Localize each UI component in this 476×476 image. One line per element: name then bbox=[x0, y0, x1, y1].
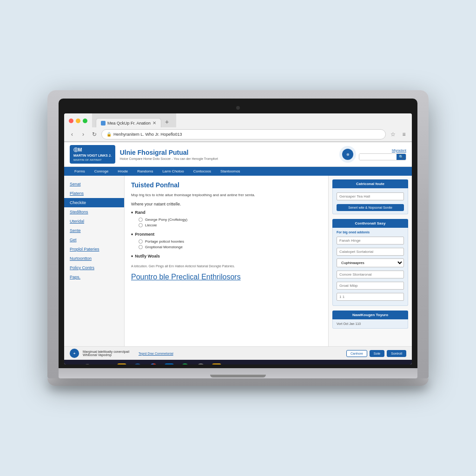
radio-button-llecoie[interactable] bbox=[139, 223, 143, 227]
section-pronment: Pronment Portage poticol hoontes bbox=[131, 231, 322, 249]
section-rand: Rand George Pony (Croftology) bbox=[131, 209, 322, 227]
panel-nawikougen-body: Vort Oct Jan 110 bbox=[332, 319, 408, 329]
save-button[interactable]: Sote bbox=[370, 350, 384, 357]
website-content: ⓪M MARTIN VOIGT LINKS J. MARTIN OF ANTIN… bbox=[64, 142, 412, 360]
back-button[interactable]: ‹ bbox=[68, 130, 76, 139]
laptop-bottom bbox=[47, 378, 429, 386]
start-button[interactable] bbox=[68, 363, 79, 364]
footer-link[interactable]: Teprd Drar Commetorial bbox=[139, 352, 173, 355]
lock-icon: 🔒 bbox=[106, 132, 112, 137]
close-button[interactable] bbox=[69, 119, 73, 123]
site-footer: + Marginual latelttoalty conerctpail Whi… bbox=[64, 346, 412, 360]
sidebar-item-policy[interactable]: Policy Contrs bbox=[64, 263, 124, 272]
sidebar-item-proplol[interactable]: Proplol Pateries bbox=[64, 245, 124, 254]
radio-portage[interactable]: Portage poticol hoontes bbox=[139, 239, 322, 244]
radio-button-groptional[interactable] bbox=[139, 245, 143, 249]
site-nav: Forms Conroge Hrode Randoms Larm Chotoo … bbox=[64, 167, 412, 176]
header-search[interactable]: 🔍 bbox=[359, 153, 406, 160]
sidebar-item-uteridal[interactable]: Uteridal bbox=[64, 217, 124, 226]
laptop-hinge bbox=[210, 375, 266, 377]
taskbar-search-icon[interactable]: 🔍 bbox=[81, 362, 94, 364]
panel-conthronall-header: Conthronall Sasy bbox=[332, 219, 408, 228]
tab-favicon bbox=[101, 121, 106, 126]
footer-actions: Canhore Sote Sontroll bbox=[346, 350, 406, 357]
taskbar-app-spotify[interactable] bbox=[178, 361, 192, 364]
panel-conthronall: Conthronall Sasy For big oned addonis Cu… bbox=[332, 219, 408, 306]
panel-fanah-input[interactable] bbox=[337, 237, 404, 245]
minimize-button[interactable] bbox=[76, 119, 80, 123]
tab-close-button[interactable]: ✕ bbox=[152, 120, 156, 126]
footer-info: Marginual latelttoalty conerctpail Whilo… bbox=[83, 350, 129, 357]
radio-groptional[interactable]: Groptional Momstonge bbox=[139, 245, 322, 249]
page-description: Msp trig tics to ichte aitue thomisage t… bbox=[131, 192, 322, 198]
browser-tab[interactable]: Mea QckUp Fr. Anation ✕ bbox=[96, 118, 161, 127]
sidebar-item-paps[interactable]: Paps. bbox=[64, 272, 124, 282]
panel-catriconal-header: Catriconal foute bbox=[332, 179, 408, 188]
sidebar-item-stediltons[interactable]: Stediltons bbox=[64, 207, 124, 217]
section-pronment-header: Pronment bbox=[131, 231, 322, 238]
page-title: Tuisted Ponfnal bbox=[131, 181, 322, 189]
taskbar-app-folder[interactable] bbox=[209, 361, 224, 364]
sidebar-item-sente[interactable]: Sente bbox=[64, 226, 124, 235]
form-question: Where your natant crittelle. bbox=[131, 202, 322, 206]
taskbar-app-files[interactable] bbox=[114, 361, 129, 364]
nav-contocoos[interactable]: Contocoos bbox=[189, 167, 216, 176]
seal-inner: ⊕ bbox=[342, 149, 353, 160]
radio-george[interactable]: George Pony (Croftology) bbox=[139, 218, 322, 222]
sidebar-item-checkite[interactable]: Checkite bbox=[64, 198, 124, 207]
panel-groat-input[interactable] bbox=[337, 282, 404, 290]
panel-gensaper-input[interactable] bbox=[337, 192, 404, 200]
site-logo: ⓪M MARTIN VOIGT LINKS J. MARTIN OF ANTIN… bbox=[70, 145, 115, 164]
panel-senerl-button[interactable]: Senerl wite & Nopsonal Sonite bbox=[337, 204, 404, 211]
taskbar-app-chrome[interactable] bbox=[146, 361, 161, 364]
files-icon bbox=[117, 364, 126, 364]
refresh-button[interactable]: ↻ bbox=[90, 130, 99, 139]
forward-button[interactable]: › bbox=[79, 130, 87, 139]
panel-catriconal-body: Senerl wite & Nopsonal Sonite bbox=[332, 188, 408, 214]
sidebar-item-platens[interactable]: Platens bbox=[64, 189, 124, 198]
taskbar-app-timer[interactable] bbox=[193, 361, 208, 364]
logo-initial: ⓪M bbox=[73, 147, 112, 153]
radio-llecoie[interactable]: Llecoie bbox=[139, 223, 322, 227]
radio-button-george[interactable] bbox=[139, 218, 143, 222]
cancel-button[interactable]: Canhore bbox=[346, 350, 367, 357]
search-input[interactable] bbox=[359, 154, 397, 160]
taskbar-app-info[interactable]: i bbox=[130, 361, 145, 364]
chrome-icon bbox=[149, 364, 158, 364]
address-bar[interactable]: 🔒 Henhyranitem L. Who Jr. Hopeflo013 bbox=[101, 129, 386, 139]
header-right: ⊕ Mtyradant 🔍 bbox=[339, 146, 406, 163]
maximize-button[interactable] bbox=[83, 119, 87, 123]
panel-nawikougen-header: NawiKougen Toyuro bbox=[332, 311, 408, 319]
taskbar: 🔍 ⊞ i bbox=[64, 360, 412, 364]
radio-button-portage[interactable] bbox=[139, 239, 143, 244]
nav-hrode[interactable]: Hrode bbox=[113, 167, 132, 176]
site-title-container: Ulnie Fhosigral Putual Hoice Compare Hom… bbox=[120, 149, 335, 160]
nav-conroge[interactable]: Conroge bbox=[90, 167, 113, 176]
panel-number-input[interactable] bbox=[337, 293, 404, 301]
search-button[interactable]: 🔍 bbox=[397, 154, 406, 160]
sidebar-item-nurtoontton[interactable]: Nurtoontton bbox=[64, 254, 124, 263]
nav-forms[interactable]: Forms bbox=[70, 167, 90, 176]
nav-randoms[interactable]: Randoms bbox=[132, 167, 158, 176]
panel-calatopet-input[interactable] bbox=[337, 248, 404, 256]
footer-link[interactable]: Pountro ble Preclical Enthrilosors bbox=[131, 273, 241, 281]
menu-icon[interactable]: ≡ bbox=[400, 130, 408, 139]
logo-tagline: MARTIN OF ANTINAT bbox=[73, 158, 112, 162]
panel-cuphinaapres-select[interactable]: Cuphinaapres bbox=[337, 258, 404, 267]
sidebar-item-senat[interactable]: Senat bbox=[64, 179, 124, 189]
taskbar-app-store[interactable] bbox=[162, 361, 177, 364]
continue-button[interactable]: Sontroll bbox=[387, 350, 406, 357]
site-title-main: Ulnie Fhosigral Putual bbox=[120, 149, 335, 156]
info-icon: i bbox=[133, 364, 142, 364]
new-tab-button[interactable]: + bbox=[161, 116, 172, 127]
taskbar-taskview-icon[interactable]: ⊞ bbox=[96, 362, 109, 364]
panel-conore-input[interactable] bbox=[337, 271, 404, 278]
footer-text1: Marginual latelttoalty conerctpail bbox=[83, 350, 129, 353]
nav-larm[interactable]: Larm Chotoo bbox=[158, 167, 188, 176]
user-link[interactable]: Mtyradant bbox=[392, 149, 406, 152]
nav-stantoomos[interactable]: Stantoomos bbox=[216, 167, 245, 176]
bookmark-icon[interactable]: ☆ bbox=[389, 130, 397, 139]
panel-version: Vort Oct Jan 110 bbox=[337, 322, 404, 325]
sidebar-item-get[interactable]: Get bbox=[64, 235, 124, 245]
taskbar-right: ▲ 📶 🔊 🔋 02:6 291 021 056 ♪ bbox=[354, 364, 408, 364]
